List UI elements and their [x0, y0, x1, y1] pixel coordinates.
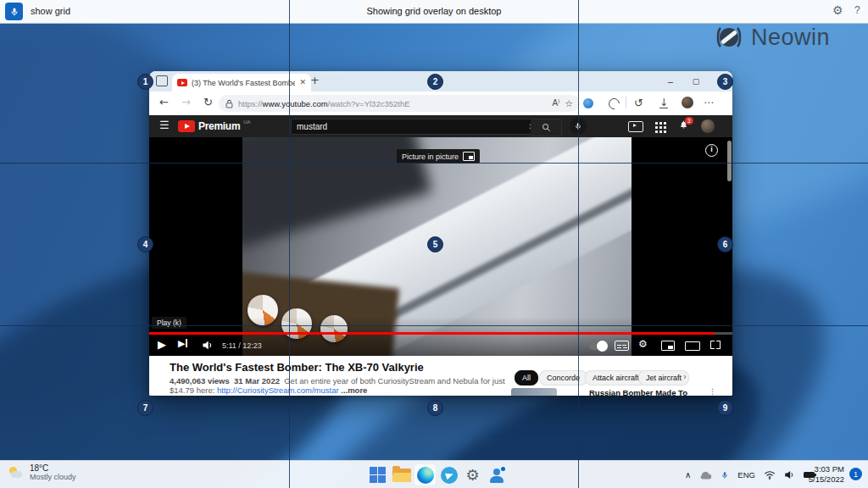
progress-fill — [149, 332, 715, 335]
grid-marker-8: 8 — [427, 400, 443, 416]
next-button[interactable]: ▶ — [178, 339, 187, 348]
play-tooltip: Play (k) — [152, 317, 186, 329]
miniplayer-icon[interactable] — [661, 341, 675, 351]
player-settings-icon[interactable]: ⚙ — [638, 339, 648, 349]
video-title: The World's Fastest Bomber: The XB-70 Va… — [170, 361, 424, 374]
help-icon[interactable]: ? — [854, 4, 860, 16]
menu-hamburger-icon[interactable]: ☰ — [159, 119, 170, 130]
browser-tab[interactable]: (3) The World's Fastest Bomber: ✕ — [172, 74, 311, 92]
video-meta-line2: $14.79 here: http://CuriosityStream.com/… — [170, 385, 509, 395]
tray-mic-icon[interactable] — [721, 470, 729, 480]
video-meta-line1: 4,490,063 views 31 Mar 2022 Get an entir… — [170, 376, 509, 385]
browser-window: (3) The World's Fastest Bomber: ✕ + – ▢ … — [149, 71, 732, 396]
video-description-1: Get an entire year of both CuriosityStre… — [284, 376, 504, 385]
more-button[interactable]: ...more — [341, 385, 367, 395]
pip-tooltip: Picture in picture — [397, 149, 480, 164]
tab-actions-icon[interactable] — [156, 75, 168, 86]
read-aloud-icon[interactable]: A) — [552, 98, 559, 108]
video-date: 31 Mar 2022 — [234, 376, 280, 385]
telegram-button[interactable] — [437, 463, 460, 486]
autoplay-toggle[interactable] — [589, 341, 608, 350]
settings-button[interactable]: ⚙ — [461, 463, 484, 486]
url-scheme: https:// — [238, 99, 263, 108]
info-cards-icon[interactable]: i — [705, 144, 718, 157]
new-tab-button[interactable]: + — [310, 75, 320, 86]
description-link[interactable]: http://CuriosityStream.com/mustar — [217, 385, 339, 395]
favorite-star-icon[interactable]: ☆ — [565, 99, 573, 108]
grid-vline — [578, 0, 579, 488]
notification-center-badge[interactable]: 1 — [849, 468, 862, 480]
scrollbar-thumb[interactable] — [727, 141, 732, 181]
volume-tray-icon[interactable] — [784, 470, 795, 480]
volume-icon[interactable] — [202, 339, 214, 354]
profile-avatar[interactable] — [682, 97, 693, 108]
weather-widget[interactable]: 18°C Mostly cloudy — [8, 463, 76, 481]
search-button[interactable] — [531, 119, 562, 136]
youtube-header: ☰ Premium UA mustard ✕ — [149, 115, 732, 137]
grid-marker-6: 6 — [717, 236, 733, 252]
progress-bar[interactable] — [149, 332, 732, 335]
related-more-icon[interactable]: ⋮ — [709, 388, 716, 396]
theater-mode-icon[interactable] — [685, 341, 700, 351]
more-menu-icon[interactable]: ⋯ — [704, 97, 714, 108]
tab-close-icon[interactable]: ✕ — [299, 79, 306, 86]
neowin-logo-text: Neowin — [751, 25, 830, 51]
chip-concorde[interactable]: Concorde — [539, 370, 587, 385]
grid-marker-5: 5 — [427, 236, 443, 252]
captions-icon[interactable] — [615, 341, 629, 351]
pip-icon — [463, 152, 475, 161]
taskbar: 18°C Mostly cloudy ⚙ ∧ — [0, 460, 868, 488]
create-video-icon[interactable] — [628, 121, 643, 132]
tray-chevron-icon[interactable]: ∧ — [685, 471, 691, 480]
edge-button[interactable] — [414, 463, 437, 486]
weather-condition: Mostly cloudy — [30, 473, 76, 481]
status-text: Showing grid overlay on desktop — [0, 6, 868, 16]
desktop: Neowin show grid Showing grid overlay on… — [0, 0, 868, 488]
pip-tooltip-text: Picture in picture — [402, 152, 459, 161]
maximize-button[interactable]: ▢ — [683, 71, 709, 92]
grid-vline — [289, 0, 290, 488]
tray-clock[interactable]: 3:03 PM 5/15/2022 — [807, 464, 844, 485]
url-text: https://www.youtube.com/watch?v=Yl32c352… — [238, 99, 547, 108]
start-button[interactable] — [366, 463, 389, 486]
play-button[interactable]: ▶ — [158, 339, 166, 350]
url-path: /watch?v=Yl32c352thE — [328, 99, 410, 108]
downloads-icon[interactable]: ↓ — [659, 97, 668, 108]
wifi-icon[interactable] — [764, 470, 776, 480]
tray-time: 3:03 PM — [807, 464, 844, 474]
settings-gear-icon[interactable]: ⚙ — [832, 4, 843, 16]
search-input[interactable]: mustard ✕ — [291, 119, 542, 135]
youtube-favicon — [177, 79, 187, 86]
back-icon[interactable]: ← — [159, 97, 169, 108]
grid-marker-9: 9 — [717, 400, 733, 416]
minimize-button[interactable]: – — [658, 71, 683, 92]
refresh-icon[interactable]: ↻ — [203, 97, 213, 108]
chips-scroll-right-icon[interactable]: › — [683, 373, 687, 381]
file-explorer-button[interactable] — [390, 463, 413, 486]
forward-icon[interactable]: → — [181, 97, 191, 108]
people-button[interactable] — [485, 463, 508, 486]
time-display: 5:11 / 12:23 — [222, 341, 262, 350]
youtube-logo[interactable]: Premium UA — [178, 120, 251, 132]
onedrive-cloud-icon[interactable] — [699, 471, 712, 480]
chip-all[interactable]: All — [515, 370, 538, 385]
youtube-brand-text: Premium — [198, 120, 240, 132]
weather-temp: 18°C — [30, 463, 76, 473]
grid-hline — [0, 163, 868, 164]
notifications-bell[interactable]: 3 — [678, 119, 689, 135]
controls-gradient — [242, 317, 632, 356]
related-video-title[interactable]: Russian Bomber Made To — [589, 388, 699, 396]
related-thumbnail[interactable] — [511, 388, 557, 396]
extension-icon[interactable] — [583, 98, 593, 108]
grid-marker-4: 4 — [137, 236, 153, 252]
fullscreen-icon[interactable] — [710, 341, 721, 349]
chip-jet-aircraft[interactable]: Jet aircraft — [638, 370, 689, 385]
apps-grid-icon[interactable] — [655, 122, 658, 125]
history-icon[interactable]: ↺ — [634, 97, 643, 108]
collections-icon[interactable] — [606, 96, 621, 111]
account-avatar[interactable] — [701, 119, 715, 133]
address-bar[interactable]: https://www.youtube.com/watch?v=Yl32c352… — [219, 95, 580, 112]
language-indicator[interactable]: ENG — [737, 470, 755, 480]
edge-icon — [417, 467, 434, 484]
video-views: 4,490,063 views — [170, 376, 230, 385]
